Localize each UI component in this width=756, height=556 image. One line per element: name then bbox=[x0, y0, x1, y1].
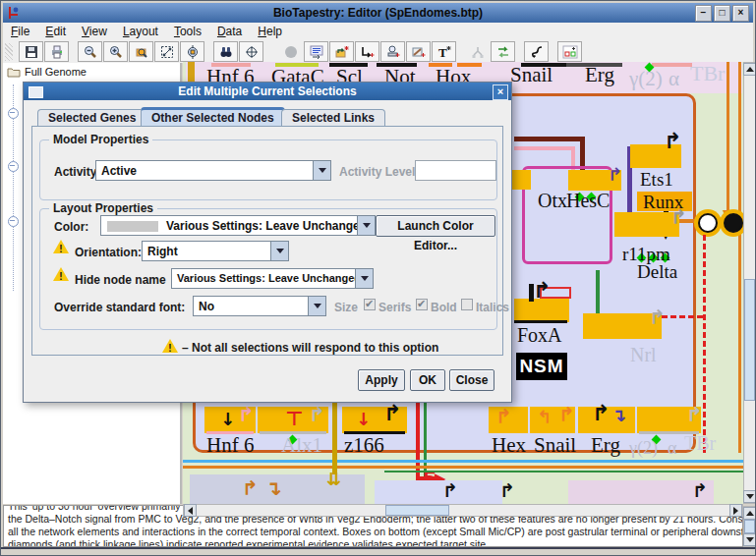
gene-foxa-label[interactable]: FoxA bbox=[517, 325, 562, 345]
toolbar-grip[interactable] bbox=[5, 43, 13, 61]
scroll-left-button[interactable] bbox=[184, 504, 197, 517]
scroll-down-button[interactable] bbox=[743, 490, 756, 503]
save-button[interactable] bbox=[19, 41, 43, 62]
dropdown-arrow-icon[interactable] bbox=[270, 242, 288, 260]
dropdown-arrow-icon[interactable] bbox=[308, 297, 325, 315]
close-dialog-button[interactable]: Close bbox=[449, 369, 494, 391]
center-on-model-button[interactable] bbox=[180, 41, 204, 62]
menu-data[interactable]: Data bbox=[209, 23, 250, 40]
menu-help[interactable]: Help bbox=[250, 23, 290, 40]
signal-node-filled[interactable] bbox=[724, 213, 743, 233]
tree-expand-knob[interactable] bbox=[8, 108, 19, 119]
override-font-combo[interactable]: No bbox=[193, 296, 326, 316]
dropdown-arrow-icon[interactable] bbox=[357, 216, 375, 235]
minimize-button[interactable]: − bbox=[695, 5, 712, 22]
window-titlebar[interactable]: BioTapestry: Editor (SpEndomes.btp) − □ … bbox=[3, 3, 753, 23]
print-button[interactable] bbox=[44, 41, 69, 62]
gene-hex-bottom[interactable]: Hex bbox=[492, 435, 526, 456]
gene-snail-bottom[interactable]: Snail bbox=[534, 435, 576, 456]
gene-erg-bottom[interactable]: Erg bbox=[591, 435, 620, 456]
gene-tbr-bottom[interactable]: TBr bbox=[684, 433, 716, 453]
gene-erg-top[interactable]: Erg bbox=[585, 65, 614, 85]
scroll-up-button[interactable] bbox=[743, 507, 756, 520]
gene-alpha-top[interactable]: α bbox=[669, 69, 679, 89]
menu-edit[interactable]: Edit bbox=[37, 23, 74, 40]
link-line[interactable] bbox=[738, 62, 741, 453]
zoom-in-button[interactable] bbox=[103, 41, 128, 62]
gene-snail-top[interactable]: Snail bbox=[510, 65, 552, 85]
gene-hesc-label[interactable]: HesC bbox=[566, 191, 610, 210]
description-vscrollbar[interactable] bbox=[743, 506, 756, 547]
italics-checkbox[interactable] bbox=[461, 299, 473, 310]
apply-button[interactable]: Apply bbox=[358, 369, 405, 391]
link-line[interactable] bbox=[188, 62, 195, 83]
dialog-titlebar[interactable]: Edit Multiple Current Selections × bbox=[24, 83, 511, 100]
link-line[interactable] bbox=[596, 270, 600, 317]
sync-layouts-button[interactable] bbox=[491, 41, 515, 62]
gene-nrl-label[interactable]: Nrl bbox=[630, 345, 657, 364]
search-button[interactable] bbox=[213, 41, 238, 62]
link-line[interactable] bbox=[332, 400, 337, 474]
add-note-button[interactable]: T bbox=[432, 41, 456, 62]
link-line[interactable] bbox=[514, 146, 575, 150]
tab-selected-genes[interactable]: Selected Genes bbox=[37, 109, 146, 127]
menu-tools[interactable]: Tools bbox=[166, 23, 209, 40]
hscroll-thumb[interactable] bbox=[385, 505, 449, 516]
center-current-button[interactable] bbox=[239, 41, 263, 62]
launch-color-editor-button[interactable]: Launch Color Editor... bbox=[376, 215, 495, 237]
add-gene-button[interactable] bbox=[329, 41, 354, 62]
reroute-link-button[interactable] bbox=[524, 41, 549, 62]
zoom-to-selected-button[interactable] bbox=[129, 41, 153, 62]
vscroll-thumb[interactable] bbox=[744, 279, 755, 401]
gene-gamma2-bottom[interactable]: γ(2) bbox=[629, 439, 658, 457]
tab-selected-links[interactable]: Selected Links bbox=[281, 109, 385, 127]
hide-node-name-combo[interactable]: Various Settings: Leave Unchanged bbox=[171, 268, 374, 289]
orientation-combo[interactable]: Right bbox=[142, 241, 289, 261]
dropdown-arrow-icon[interactable] bbox=[313, 161, 330, 180]
scroll-up-button[interactable] bbox=[743, 63, 756, 76]
link-line-dashed[interactable] bbox=[703, 235, 706, 453]
gene-hnf6-bottom[interactable]: Hnf 6 bbox=[206, 435, 254, 456]
scroll-down-button[interactable] bbox=[743, 533, 756, 546]
canvas-vscrollbar[interactable] bbox=[743, 62, 756, 504]
maximize-button[interactable]: □ bbox=[714, 5, 730, 22]
gene-gamma2-top[interactable]: γ(2) bbox=[629, 69, 663, 89]
gene-alx1-bottom[interactable]: Alx1 bbox=[281, 435, 322, 456]
add-node-button[interactable] bbox=[380, 41, 405, 62]
tree-root-full-genome[interactable]: Full Genome bbox=[7, 66, 87, 78]
link-line[interactable] bbox=[727, 62, 729, 215]
canvas-hscrollbar[interactable] bbox=[183, 504, 743, 517]
link-line[interactable] bbox=[514, 137, 585, 141]
menu-view[interactable]: View bbox=[74, 23, 115, 40]
menu-file[interactable]: File bbox=[3, 23, 37, 40]
tree-expand-knob[interactable] bbox=[8, 216, 19, 227]
activity-level-field[interactable] bbox=[415, 160, 496, 181]
ok-button[interactable]: OK bbox=[410, 369, 445, 391]
color-combo[interactable]: Various Settings: Leave Unchanged bbox=[100, 215, 376, 236]
gene-otx-label[interactable]: Otx bbox=[538, 191, 567, 210]
dropdown-arrow-icon[interactable] bbox=[355, 269, 373, 288]
signal-node-open[interactable] bbox=[698, 213, 718, 233]
zoom-to-model-button[interactable] bbox=[154, 41, 179, 62]
bold-checkbox[interactable] bbox=[416, 299, 428, 310]
tab-other-selected-nodes[interactable]: Other Selected Nodes bbox=[141, 107, 285, 128]
gene-delta-label[interactable]: Delta bbox=[637, 262, 677, 281]
close-button[interactable]: × bbox=[732, 5, 749, 22]
menu-layout[interactable]: Layout bbox=[115, 23, 166, 40]
gene-ets1-label[interactable]: Ets1 bbox=[640, 170, 673, 189]
vscroll-thumb[interactable] bbox=[744, 520, 755, 533]
serifs-checkbox[interactable] bbox=[364, 299, 376, 310]
add-overlay-button[interactable] bbox=[557, 41, 582, 62]
scroll-right-button[interactable] bbox=[729, 504, 742, 517]
gene-tbr-top[interactable]: TBr bbox=[690, 63, 725, 84]
properties-button[interactable] bbox=[304, 41, 328, 62]
add-link-button[interactable] bbox=[355, 41, 379, 62]
tree-expand-knob[interactable] bbox=[8, 161, 19, 172]
add-module-button[interactable] bbox=[406, 41, 431, 62]
activity-combo[interactable]: Active bbox=[95, 160, 331, 181]
zoom-out-button[interactable] bbox=[78, 41, 102, 62]
gene-alpha-bottom[interactable]: α bbox=[668, 439, 676, 457]
gene-z166-bottom[interactable]: z166 bbox=[344, 435, 384, 456]
dialog-close-button[interactable]: × bbox=[493, 84, 508, 100]
link-line-dashed[interactable] bbox=[662, 315, 703, 318]
